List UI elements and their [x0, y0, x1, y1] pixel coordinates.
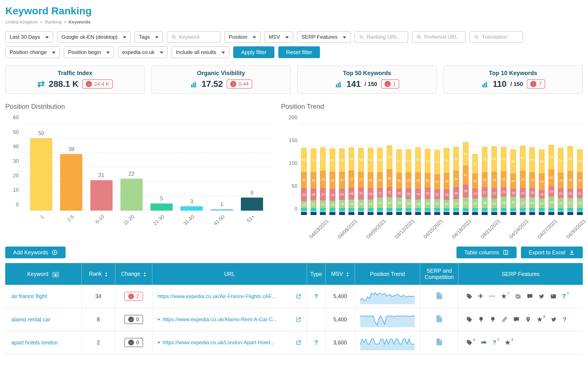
trend-bar-day-19[interactable]: 43332221	[472, 124, 478, 215]
dist-bar-1[interactable]: 50	[30, 124, 52, 211]
filter-dropdown-serp-features[interactable]: SERP Features	[297, 31, 351, 43]
trend-segment-1: 54	[529, 147, 535, 172]
trend-segment-21-30	[425, 208, 431, 210]
filter-dropdown-google-uk-en-desktop[interactable]: Google uk-EN (desktop)	[57, 31, 130, 43]
dist-bar-6-10[interactable]: 21	[90, 124, 113, 211]
sort-icon[interactable]: ▲▼	[105, 272, 108, 277]
sort-asc-icon[interactable]: ▲	[52, 272, 59, 278]
trend-bar-day-25[interactable]: 54352024	[529, 124, 535, 215]
url-link[interactable]: https://www.expedia.co.uk/Air-France-Fli…	[158, 293, 293, 299]
export-excel-button[interactable]: Export to Excel	[521, 246, 583, 258]
serp-feature-news-icon	[515, 293, 521, 299]
keyword-link[interactable]: air france flight	[11, 293, 47, 299]
trend-bar-day-16[interactable]: 55362318	[444, 124, 449, 215]
breadcrumb-item[interactable]: United Kingdom	[5, 19, 38, 25]
keyword-link[interactable]: apart hotels london	[11, 339, 58, 346]
dist-bar-31-40[interactable]: 3	[180, 124, 203, 211]
trend-bar-day-2[interactable]: 52362617	[311, 124, 316, 215]
keyword-input[interactable]	[179, 34, 216, 40]
trend-bar-day-24[interactable]: 55382222	[520, 124, 526, 215]
document-icon[interactable]	[435, 338, 443, 346]
apply-filter-button[interactable]: Apply filter	[233, 46, 274, 58]
column-header-position-trend[interactable]: Position Trend	[355, 263, 420, 285]
sort-icon[interactable]: ▲▼	[143, 272, 146, 277]
trend-bar-day-17[interactable]: 52362620	[453, 124, 459, 215]
dist-bar-51+[interactable]: 9	[241, 124, 263, 211]
column-header-keyword[interactable]: Keyword▲	[5, 263, 81, 285]
dist-bar-21-30[interactable]: 5	[150, 124, 173, 211]
trend-segment-51	[301, 212, 307, 215]
filter-dropdown-include-all-results[interactable]: Include all results	[172, 46, 229, 58]
trend-bar-day-1[interactable]: 53352915	[301, 124, 307, 215]
trend-segment-2-5: 38	[320, 171, 326, 188]
filter-dropdown-tags[interactable]: Tags	[135, 31, 163, 43]
document-icon[interactable]	[435, 315, 443, 323]
trend-bar-day-29[interactable]: 55392022	[567, 124, 573, 215]
trend-bar-day-22[interactable]: 53352125	[501, 124, 507, 215]
filter-dropdown-last-30-days[interactable]: Last 30 Days	[5, 31, 53, 43]
trend-bar-day-7[interactable]: 52342719	[358, 124, 364, 215]
column-header-url[interactable]: URL	[152, 263, 307, 285]
document-icon[interactable]	[435, 292, 443, 300]
trend-bar-day-13[interactable]: 54362419	[415, 124, 421, 215]
trend-bar-day-28[interactable]: 54352122	[558, 124, 564, 215]
dist-bar-41-50[interactable]: 1	[211, 124, 233, 211]
external-link-icon[interactable]	[296, 317, 301, 322]
column-header-serp-features[interactable]: SERP Features	[458, 263, 583, 285]
column-header-serp-and-competition[interactable]: SERP and Competition	[420, 263, 458, 285]
table-row: alamo rental car 8 →0 • https://www.expe…	[5, 308, 583, 331]
column-header-msv[interactable]: MSV▲▼	[325, 263, 355, 285]
trend-bar-day-26[interactable]: 53361921	[539, 124, 545, 215]
trend-bar-day-5[interactable]: 51372518	[339, 124, 345, 215]
ranking-url-input[interactable]	[367, 34, 404, 40]
y-tick-label: 50	[292, 183, 301, 189]
trend-bar-day-30[interactable]: 50362122	[577, 124, 583, 215]
breadcrumb-item[interactable]: Ranking	[45, 19, 62, 25]
column-header-rank[interactable]: Rank▲▼	[81, 263, 115, 285]
column-header-type[interactable]: Type	[307, 263, 325, 285]
external-link-icon[interactable]	[296, 294, 301, 299]
add-keywords-button[interactable]: Add Keywords	[5, 246, 66, 258]
filter-dropdown-position-begin[interactable]: Position begin	[64, 46, 114, 58]
trend-bar-day-3[interactable]: 51382717	[320, 124, 326, 215]
filter-search-keyword[interactable]	[167, 31, 220, 43]
filter-search-preferred-url[interactable]	[412, 31, 466, 43]
trend-bar-day-23[interactable]: 53331825	[510, 124, 516, 215]
trend-bar-day-21[interactable]: 55362321	[491, 124, 497, 215]
trend-bar-day-6[interactable]: 51372619	[348, 124, 354, 215]
trend-bar-day-27[interactable]: 54372325	[548, 124, 554, 215]
reset-filter-button[interactable]: Reset filter	[278, 46, 320, 58]
trend-bar-day-18[interactable]: 52412923	[463, 124, 469, 215]
trend-bar-day-15[interactable]: 54332120	[434, 124, 440, 215]
trend-bar-day-9[interactable]: 53352123	[377, 124, 383, 215]
external-link-icon[interactable]	[296, 340, 301, 345]
trend-bar-day-10[interactable]: 53392224	[387, 124, 392, 215]
trend-bar-day-12[interactable]: 50362320	[406, 124, 411, 215]
preferred-url-input[interactable]	[424, 34, 461, 40]
trend-bar-day-4[interactable]: 51382616	[329, 124, 335, 215]
url-link[interactable]: https://www.expedia.co.uk/Alamo-Rent-A-C…	[163, 316, 293, 322]
filter-dropdown-expedia-co-uk[interactable]: expedia.co.uk	[118, 46, 168, 58]
filter-dropdown-msv[interactable]: MSV	[264, 31, 293, 43]
trend-segment-2-5: 35	[529, 172, 535, 188]
type-question-icon[interactable]: ?	[314, 339, 318, 346]
table-columns-button[interactable]: Table columns	[456, 246, 517, 258]
twitter-icon	[551, 316, 557, 322]
sort-icon[interactable]: ▲▼	[346, 272, 349, 277]
filter-search-ranking-url[interactable]	[354, 31, 408, 43]
trend-segment-1: 54	[548, 145, 554, 169]
filter-search-translation[interactable]	[470, 31, 523, 43]
keyword-link[interactable]: alamo rental car	[11, 316, 50, 322]
trend-bar-day-14[interactable]: 53322520	[425, 124, 431, 215]
column-header-change[interactable]: Change▲▼	[115, 263, 152, 285]
trend-bar-day-8[interactable]: 53352519	[368, 124, 374, 215]
dist-bar-11-20[interactable]: 22	[120, 124, 143, 211]
dist-bar-2-5[interactable]: 39	[60, 124, 82, 211]
trend-bar-day-11[interactable]: 51352023	[396, 124, 402, 215]
trend-bar-day-20[interactable]: 55332224	[482, 124, 488, 215]
type-question-icon[interactable]: ?	[314, 293, 318, 300]
filter-dropdown-position-change[interactable]: Position change	[5, 46, 60, 58]
translation-input[interactable]	[482, 34, 519, 40]
filter-dropdown-position[interactable]: Position	[224, 31, 260, 43]
url-link[interactable]: https://www.expedia.co.uk/London-Apart-H…	[163, 339, 293, 346]
